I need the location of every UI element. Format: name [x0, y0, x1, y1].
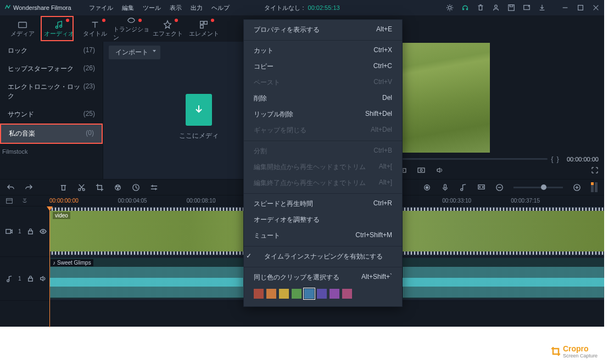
ctx-close-gap: ギャップを閉じるAlt+Del — [244, 122, 402, 138]
mic-icon[interactable] — [441, 183, 449, 192]
music-tool-icon[interactable] — [459, 183, 467, 192]
link-icon[interactable] — [5, 197, 13, 205]
svg-rect-35 — [6, 229, 10, 233]
svg-rect-3 — [510, 5, 512, 7]
undo-icon[interactable] — [7, 183, 15, 192]
tab-title[interactable]: タイトル — [77, 15, 113, 42]
marker-icon[interactable] — [477, 183, 485, 192]
sidebar-item-my-music[interactable]: 私の音楽(0) — [0, 124, 103, 144]
svg-point-31 — [482, 186, 483, 187]
menu-output[interactable]: 出力 — [191, 4, 203, 12]
maximize-icon[interactable] — [577, 4, 584, 12]
ctx-trim-start: 編集開始点から再生ヘッドまでトリムAlt+[ — [244, 159, 402, 175]
playhead[interactable] — [49, 206, 50, 327]
speaker-icon[interactable] — [40, 275, 47, 282]
tab-transition[interactable]: トランジション — [113, 15, 149, 42]
ctx-copy[interactable]: コピーCtrl+C — [244, 59, 402, 75]
record-icon[interactable] — [423, 183, 431, 192]
color-swatch[interactable] — [279, 289, 289, 299]
menu-tool[interactable]: ツール — [143, 4, 161, 12]
trash-icon[interactable] — [477, 4, 484, 12]
tab-media[interactable]: メディア — [4, 15, 41, 42]
fullscreen-icon[interactable] — [591, 166, 599, 174]
import-button[interactable]: インポート — [109, 46, 160, 59]
cut-icon[interactable] — [77, 183, 86, 192]
ctx-mute[interactable]: ミュートCtrl+Shift+M — [244, 228, 402, 244]
audio-meter — [591, 182, 598, 192]
delete-icon[interactable] — [59, 183, 68, 192]
menu-view[interactable]: 表示 — [170, 4, 182, 12]
sidebar-item-folk[interactable]: ヒップスターフォーク(26) — [0, 60, 103, 78]
color-swatch[interactable] — [304, 289, 314, 299]
svg-point-1 — [495, 5, 497, 7]
close-icon[interactable] — [592, 4, 600, 12]
ctx-delete[interactable]: 削除Del — [244, 91, 402, 107]
video-clip-label: video — [53, 212, 70, 219]
preview-timecode: 00:00:00:00 — [567, 156, 599, 163]
minimize-icon[interactable] — [561, 4, 569, 12]
download-icon[interactable] — [538, 4, 546, 12]
volume-icon[interactable] — [436, 166, 444, 174]
mark-out-icon[interactable]: } — [557, 155, 559, 163]
speed-icon[interactable] — [132, 183, 140, 192]
lock-icon[interactable] — [27, 275, 34, 282]
context-menu: プロパティを表示するAlt+E カットCtrl+X コピーCtrl+C ペースト… — [243, 19, 403, 307]
drop-hint: ここにメディ — [179, 131, 219, 141]
user-icon[interactable] — [492, 4, 500, 12]
headphones-icon[interactable] — [461, 4, 469, 12]
color-swatch[interactable] — [317, 289, 327, 299]
app-name: Wondershare Filmora — [13, 4, 71, 11]
svg-rect-34 — [7, 198, 13, 203]
lock-icon[interactable] — [27, 228, 34, 235]
crop-tool-icon[interactable] — [96, 183, 104, 192]
ctx-snapping[interactable]: タイムラインスナッピングを有効にする — [244, 249, 402, 265]
tab-element[interactable]: エレメント — [186, 15, 222, 42]
ctx-cut[interactable]: カットCtrl+X — [244, 43, 402, 59]
app-logo-icon — [4, 4, 11, 12]
filmstock-label[interactable]: Filmstock — [0, 144, 103, 159]
ctx-ripple-delete[interactable]: リップル削除Shift+Del — [244, 107, 402, 122]
ctx-properties[interactable]: プロパティを表示するAlt+E — [244, 22, 402, 38]
zoom-slider[interactable] — [513, 187, 563, 188]
svg-point-23 — [118, 188, 119, 189]
settings-icon[interactable] — [150, 183, 158, 192]
svg-rect-27 — [444, 184, 446, 188]
tab-audio[interactable]: オーディオ — [41, 15, 77, 42]
snapshot-icon[interactable] — [417, 166, 425, 174]
magnet-icon[interactable] — [21, 197, 29, 205]
save-icon[interactable] — [507, 4, 515, 12]
sidebar-item-electronic[interactable]: エレクトロニック・ロック(23) — [0, 78, 103, 105]
eye-icon[interactable] — [40, 228, 47, 235]
color-swatch[interactable] — [330, 289, 339, 299]
menu-edit[interactable]: 編集 — [122, 4, 134, 12]
ctx-same-color[interactable]: 同じ色のクリップを選択するAlt+Shift+` — [244, 270, 402, 285]
svg-rect-11 — [200, 25, 203, 27]
zoom-in-icon[interactable] — [573, 183, 581, 192]
sidebar-item-rock[interactable]: ロック(17) — [0, 42, 103, 60]
svg-rect-5 — [578, 5, 583, 10]
mark-in-icon[interactable]: { — [551, 155, 553, 163]
zoom-out-icon[interactable] — [495, 183, 504, 192]
audio-clip-label: ♪ Sweet Glimps — [51, 259, 93, 266]
color-swatch[interactable] — [254, 289, 264, 299]
color-icon[interactable] — [114, 183, 122, 192]
svg-rect-6 — [19, 22, 26, 27]
svg-rect-9 — [200, 21, 203, 24]
import-drop-icon[interactable] — [186, 94, 212, 126]
export-icon[interactable] — [523, 4, 531, 12]
color-swatch[interactable] — [342, 289, 352, 299]
brightness-icon[interactable] — [446, 4, 454, 12]
svg-point-37 — [42, 231, 44, 232]
svg-point-21 — [116, 186, 118, 187]
tab-effect[interactable]: エフェクト — [149, 15, 186, 42]
svg-point-26 — [426, 186, 428, 188]
ctx-speed[interactable]: スピードと再生時間Ctrl+R — [244, 196, 402, 212]
menu-file[interactable]: ファイル — [89, 4, 113, 12]
color-swatch[interactable] — [266, 289, 276, 299]
menu-help[interactable]: ヘルプ — [211, 4, 230, 12]
sidebar-item-sound[interactable]: サウンド(25) — [0, 105, 103, 124]
redo-icon[interactable] — [25, 183, 33, 192]
svg-point-17 — [420, 169, 422, 171]
ctx-audio-adjust[interactable]: オーディオを調整する — [244, 212, 402, 228]
color-swatch[interactable] — [292, 289, 302, 299]
